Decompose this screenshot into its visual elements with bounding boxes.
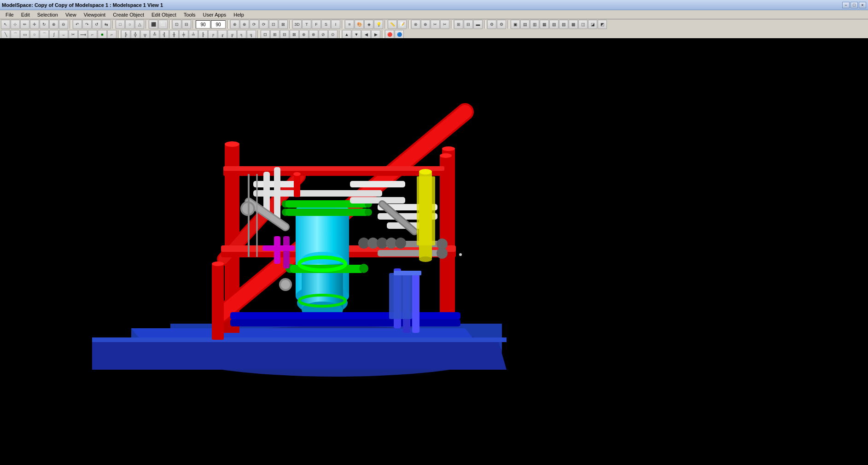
struct5[interactable]: ╣: [160, 30, 169, 39]
hvac3[interactable]: ◀: [361, 30, 371, 39]
zoom-in-button[interactable]: ⊕: [49, 20, 58, 29]
struct4[interactable]: ╩: [150, 30, 159, 39]
redo-button[interactable]: ↷: [82, 20, 92, 29]
view-iso-button[interactable]: I: [331, 20, 340, 29]
misc10-button[interactable]: ◩: [598, 20, 607, 29]
materials-button[interactable]: ◈: [364, 20, 373, 29]
pipe-btn2[interactable]: ⌐: [107, 30, 117, 39]
struct9[interactable]: ╟: [198, 30, 208, 39]
menu-create-object[interactable]: Create Object: [109, 11, 148, 18]
orbit-button[interactable]: ⟳: [250, 20, 259, 29]
hvac4[interactable]: ▶: [371, 30, 380, 39]
green-icon-btn[interactable]: ■: [98, 30, 107, 39]
grid2-button[interactable]: ⊟: [464, 20, 473, 29]
view-side-button[interactable]: S: [321, 20, 331, 29]
refresh-button[interactable]: ↺: [92, 20, 101, 29]
misc1-button[interactable]: ▣: [511, 20, 520, 29]
equip8[interactable]: ⊙: [328, 30, 338, 39]
plane-button[interactable]: ▬: [473, 20, 483, 29]
misc11[interactable]: 🔴: [385, 30, 394, 39]
clash2-button[interactable]: ⊕: [421, 20, 430, 29]
select-tool-button[interactable]: ↖: [1, 20, 10, 29]
menu-user-apps[interactable]: User Apps: [199, 11, 230, 18]
cursor-button[interactable]: ⊹: [11, 20, 20, 29]
lights-button[interactable]: 💡: [374, 20, 383, 29]
settings2-button[interactable]: ⚙: [497, 20, 506, 29]
render2-button[interactable]: ⬜: [158, 20, 168, 29]
struct14[interactable]: ╗: [247, 30, 256, 39]
angle-input-1[interactable]: [196, 20, 210, 29]
struct3[interactable]: ╦: [140, 30, 150, 39]
hvac2[interactable]: ▼: [352, 30, 361, 39]
layers-button[interactable]: ≡: [345, 20, 354, 29]
equip5[interactable]: ⊕: [299, 30, 309, 39]
misc8-button[interactable]: ◫: [578, 20, 588, 29]
fillet-button[interactable]: ⌣: [59, 30, 68, 39]
cut2-button[interactable]: ✂: [440, 20, 449, 29]
struct7[interactable]: ╪: [179, 30, 188, 39]
extend-button[interactable]: ⟶: [78, 30, 87, 39]
fit-button[interactable]: ⊡: [269, 20, 278, 29]
fit2-button[interactable]: ⊠: [279, 20, 288, 29]
misc5-button[interactable]: ▧: [549, 20, 559, 29]
equip6[interactable]: ⊗: [309, 30, 318, 39]
viewport[interactable]: [0, 38, 868, 465]
mirror-button[interactable]: ⇆: [102, 20, 111, 29]
misc6-button[interactable]: ▨: [559, 20, 568, 29]
menu-viewpoint[interactable]: Viewpoint: [80, 11, 110, 18]
menu-edit-object[interactable]: Edit Object: [148, 11, 180, 18]
hvac1[interactable]: ▲: [342, 30, 351, 39]
close-button[interactable]: ×: [859, 2, 866, 8]
misc4-button[interactable]: ▦: [540, 20, 549, 29]
pan-button[interactable]: ⊕: [230, 20, 239, 29]
circle-select-button[interactable]: ○: [125, 20, 134, 29]
misc9-button[interactable]: ◪: [588, 20, 597, 29]
rect-button[interactable]: ▭: [20, 30, 29, 39]
pencil-button[interactable]: ✏: [20, 20, 29, 29]
rotate-button[interactable]: ↻: [40, 20, 49, 29]
menu-edit[interactable]: Edit: [17, 11, 34, 18]
misc3-button[interactable]: ▥: [530, 20, 539, 29]
colors-button[interactable]: 🎨: [355, 20, 364, 29]
spline-button[interactable]: ∫: [49, 30, 58, 39]
box-select-button[interactable]: □: [116, 20, 125, 29]
polyline-button[interactable]: ⌒: [11, 30, 20, 39]
struct10[interactable]: ╒: [208, 30, 217, 39]
poly-select-button[interactable]: △: [135, 20, 144, 29]
menu-tools[interactable]: Tools: [180, 11, 199, 18]
equip4[interactable]: ⊠: [290, 30, 299, 39]
struct11[interactable]: ╓: [218, 30, 227, 39]
equip1[interactable]: ⊡: [261, 30, 270, 39]
snap1-button[interactable]: ⊡: [172, 20, 181, 29]
measure-button[interactable]: 📏: [388, 20, 397, 29]
view3d-button[interactable]: 3D: [292, 20, 302, 29]
pan2-button[interactable]: ⊕: [240, 20, 249, 29]
menu-file[interactable]: File: [2, 11, 17, 18]
struct2[interactable]: ╬: [131, 30, 140, 39]
minimize-button[interactable]: −: [842, 2, 850, 8]
struct8[interactable]: ╧: [189, 30, 198, 39]
orbit2-button[interactable]: ⟳: [259, 20, 268, 29]
line-button[interactable]: ╲: [1, 30, 10, 39]
zoom-out-button[interactable]: ⊖: [59, 20, 68, 29]
render-button[interactable]: ⬛: [149, 20, 158, 29]
grid-button[interactable]: ⊞: [454, 20, 463, 29]
misc12[interactable]: 🔵: [395, 30, 404, 39]
struct12[interactable]: ╔: [227, 30, 237, 39]
note-button[interactable]: 📝: [397, 20, 407, 29]
struct13[interactable]: ╕: [237, 30, 246, 39]
pipe-btn1[interactable]: ⌐: [88, 30, 97, 39]
equip7[interactable]: ⊘: [319, 30, 328, 39]
circle-button[interactable]: ○: [30, 30, 39, 39]
clash-button[interactable]: ⊗: [411, 20, 420, 29]
view-front-button[interactable]: F: [312, 20, 321, 29]
angle-input-2[interactable]: [211, 20, 226, 29]
trim-button[interactable]: ✂: [69, 30, 78, 39]
equip2[interactable]: ⊞: [270, 30, 280, 39]
menu-view[interactable]: View: [62, 11, 80, 18]
maximize-button[interactable]: □: [851, 2, 858, 8]
view-top-button[interactable]: T: [302, 20, 311, 29]
settings-button[interactable]: ⚙: [487, 20, 496, 29]
snap2-button[interactable]: ⊟: [182, 20, 191, 29]
undo-button[interactable]: ↶: [73, 20, 82, 29]
